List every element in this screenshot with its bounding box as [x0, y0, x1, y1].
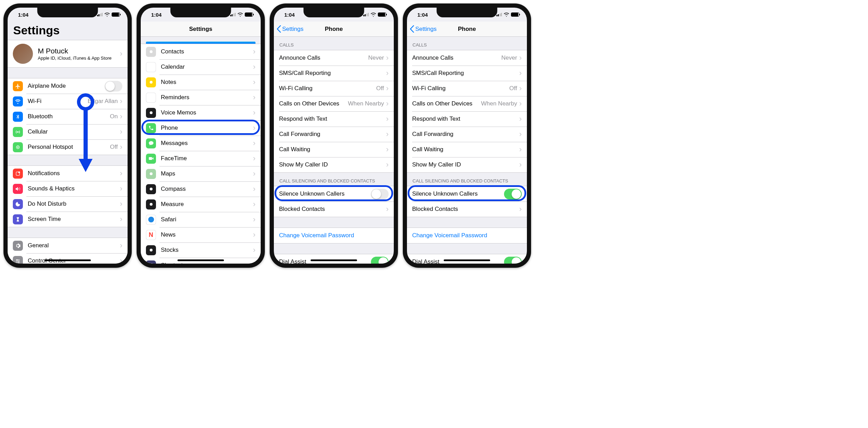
row-respond-with-text[interactable]: Respond with Text› [274, 111, 394, 127]
row-respond-with-text[interactable]: Respond with Text› [407, 111, 527, 127]
row-sms-call-reporting[interactable]: SMS/Call Reporting› [274, 66, 394, 81]
row-maps[interactable]: Maps› [141, 166, 261, 181]
row-reminders[interactable]: Reminders› [141, 90, 261, 105]
phone-frame-2: 1:04 Settings Contacts›Calendar›Notes›Re… [137, 3, 265, 268]
row-wi-fi-calling[interactable]: Wi-Fi CallingOff› [274, 81, 394, 96]
row-label: Announce Calls [412, 54, 501, 61]
silence-toggle[interactable] [504, 189, 522, 199]
dial-assist-toggle[interactable] [504, 257, 522, 264]
back-button[interactable]: Settings [277, 25, 303, 33]
battery-icon [112, 12, 120, 17]
chevron-icon: › [253, 109, 255, 117]
cell-icon [13, 127, 23, 137]
voice-icon [146, 108, 156, 118]
profile-row[interactable]: M Potuck Apple ID, iCloud, iTunes & App … [8, 40, 128, 67]
news-icon: N [146, 230, 156, 240]
row-silence-unknown[interactable]: Silence Unknown Callers [407, 186, 527, 202]
section-header-calls: CALLS [274, 37, 394, 50]
row-safari[interactable]: Safari› [141, 212, 261, 227]
row-label: Compass [161, 186, 253, 192]
chevron-icon: › [386, 130, 389, 138]
row-label: Stocks [161, 247, 253, 254]
row-label: Calls on Other Devices [279, 100, 348, 107]
row-contacts[interactable]: Contacts› [141, 44, 261, 59]
row-do-not-disturb[interactable]: Do Not Disturb› [8, 196, 128, 212]
svg-point-13 [149, 81, 152, 84]
toggle[interactable] [105, 81, 122, 92]
row-cellular[interactable]: Cellular› [8, 124, 128, 139]
row-label: Airplane Mode [28, 83, 105, 89]
row-notifications[interactable]: Notifications› [8, 166, 128, 181]
status-time: 1:04 [151, 12, 162, 18]
row-calls-on-other-devices[interactable]: Calls on Other DevicesWhen Nearby› [274, 96, 394, 111]
row-calendar[interactable]: Calendar› [141, 59, 261, 75]
row-airplane-mode[interactable]: Airplane Mode [8, 78, 128, 94]
chevron-icon: › [519, 85, 522, 92]
row-wi-fi[interactable]: Wi-FiEdgar Allan› [8, 94, 128, 109]
chevron-icon: › [120, 185, 122, 192]
back-label: Settings [415, 26, 436, 33]
chevron-icon: › [253, 231, 255, 239]
row-detail: On [110, 113, 118, 120]
row-blocked-contacts[interactable]: Blocked Contacts› [274, 202, 394, 217]
row-sounds-haptics[interactable]: Sounds & Haptics› [8, 181, 128, 196]
row-personal-hotspot[interactable]: Personal HotspotOff› [8, 139, 128, 155]
row-show-my-caller-id[interactable]: Show My Caller ID› [407, 157, 527, 172]
home-indicator [177, 259, 224, 261]
time-icon [13, 214, 23, 224]
row-news[interactable]: NNews› [141, 227, 261, 242]
row-compass[interactable]: Compass› [141, 181, 261, 197]
navbar: SettingsPhone [274, 22, 394, 37]
phone-frame-1: 1:04 Settings M Potuck Apple ID, iCloud,… [3, 3, 132, 268]
row-general[interactable]: General› [8, 238, 128, 253]
row-screen-time[interactable]: Screen Time› [8, 212, 128, 227]
svg-rect-16 [149, 157, 152, 160]
row-notes[interactable]: Notes› [141, 75, 261, 90]
wifi-icon [504, 12, 509, 17]
row-label: Notes [161, 79, 253, 86]
row-show-my-caller-id[interactable]: Show My Caller ID› [274, 157, 394, 172]
row-call-forwarding[interactable]: Call Forwarding› [274, 127, 394, 142]
row-sms-call-reporting[interactable]: SMS/Call Reporting› [407, 66, 527, 81]
hotspot-icon [13, 142, 23, 152]
status-time: 1:04 [417, 12, 428, 18]
row-dial-assist[interactable]: Dial Assist [407, 254, 527, 264]
signal-icon [97, 13, 103, 16]
row-calls-on-other-devices[interactable]: Calls on Other DevicesWhen Nearby› [407, 96, 527, 111]
row-announce-calls[interactable]: Announce CallsNever› [274, 50, 394, 66]
chevron-icon: › [386, 205, 389, 213]
back-button[interactable]: Settings [410, 25, 436, 33]
row-bluetooth[interactable]: BluetoothOn› [8, 109, 128, 124]
row-call-forwarding[interactable]: Call Forwarding› [407, 127, 527, 142]
airplane-icon [13, 81, 23, 91]
row-announce-calls[interactable]: Announce CallsNever› [407, 50, 527, 66]
row-label: Messages [161, 140, 253, 147]
row-stocks[interactable]: Stocks› [141, 242, 261, 258]
row-wi-fi-calling[interactable]: Wi-Fi CallingOff› [407, 81, 527, 96]
row-silence-unknown[interactable]: Silence Unknown Callers [274, 186, 394, 202]
row-facetime[interactable]: FaceTime› [141, 151, 261, 166]
row-measure[interactable]: Measure› [141, 197, 261, 212]
row-change-voicemail[interactable]: Change Voicemail Password [274, 228, 394, 243]
row-control-center[interactable]: Control Center› [8, 253, 128, 264]
row-label: Wi-Fi [28, 98, 88, 105]
row-call-waiting[interactable]: Call Waiting› [407, 142, 527, 157]
chevron-icon: › [519, 100, 522, 108]
row-voice-memos[interactable]: Voice Memos› [141, 105, 261, 120]
chevron-icon: › [253, 246, 255, 254]
chevron-icon: › [253, 200, 255, 208]
row-label: Phone [161, 125, 253, 131]
row-messages[interactable]: Messages› [141, 136, 261, 151]
row-dial-assist[interactable]: Dial Assist [274, 254, 394, 264]
safari-icon [146, 215, 156, 225]
row-call-waiting[interactable]: Call Waiting› [274, 142, 394, 157]
dial-assist-toggle[interactable] [371, 257, 389, 264]
signal-icon [496, 13, 502, 16]
row-change-voicemail[interactable]: Change Voicemail Password [407, 228, 527, 243]
navbar-title: Phone [325, 26, 343, 33]
navbar-title: Settings [189, 26, 212, 33]
row-phone[interactable]: Phone› [141, 120, 261, 136]
row-blocked-contacts[interactable]: Blocked Contacts› [407, 202, 527, 217]
row-label: Blocked Contacts [412, 206, 519, 213]
silence-toggle[interactable] [371, 189, 389, 199]
